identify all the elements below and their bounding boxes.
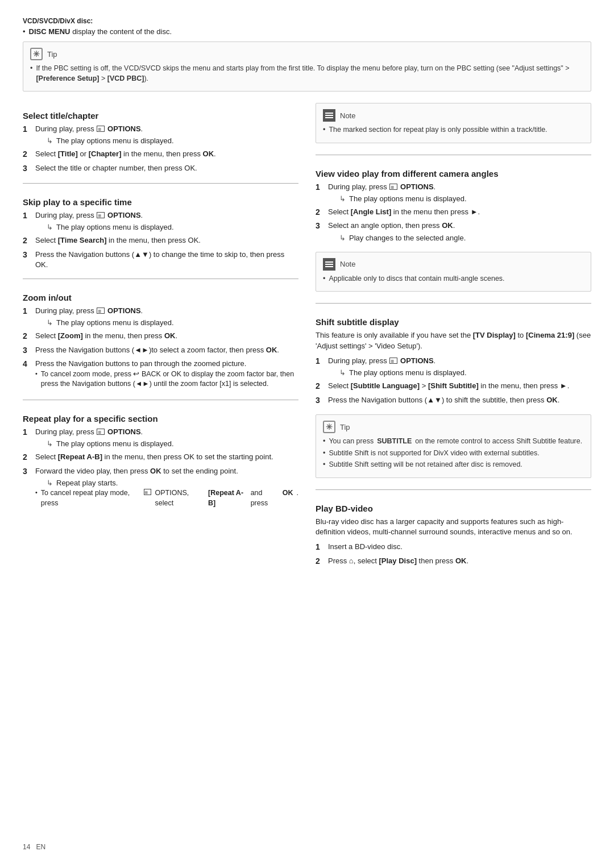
- disc-menu-text: DISC MENU display the content of the dis…: [29, 27, 172, 36]
- note-item: The marked section for repeat play is on…: [323, 125, 584, 135]
- note-label: Note: [340, 260, 355, 268]
- tip-list: If the PBC setting is off, the VCD/SVCD …: [30, 64, 584, 84]
- note-line: [325, 261, 333, 263]
- options-icon: [389, 358, 397, 364]
- step-2: 2 Select [Subtitle Language] > [Shift Su…: [316, 381, 591, 392]
- note-line: [325, 113, 333, 114]
- note-line: [325, 266, 333, 267]
- step-content: Insert a BD-video disc.: [328, 542, 591, 553]
- step-content: Press the Navigation buttons (◄►)to sele…: [35, 345, 298, 356]
- heading-shift-subtitle: Shift subtitle display: [316, 317, 591, 327]
- step-num: 1: [316, 182, 323, 204]
- tip-box-header: ✳ Tip: [323, 421, 584, 433]
- step-content: Press ⌂, select [Play Disc] then press O…: [328, 556, 591, 567]
- note-list: The marked section for repeat play is on…: [323, 125, 584, 135]
- steps-skip-play: 1 During play, press OPTIONS. The play o…: [23, 210, 298, 270]
- note-header: Note: [323, 258, 584, 271]
- step-num: 4: [23, 359, 31, 391]
- step-sub: The play options menu is displayed.: [328, 194, 591, 204]
- step-num: 2: [316, 207, 323, 218]
- step-content: Press the Navigation buttons to pan thro…: [35, 359, 298, 391]
- options-icon: [97, 429, 105, 435]
- steps-view-video: 1 During play, press OPTIONS. The play o…: [316, 182, 591, 243]
- step-1: 1 During play, press OPTIONS. The play o…: [23, 210, 298, 232]
- section-view-video: View video play from different camera an…: [316, 155, 591, 246]
- step-content: During play, press OPTIONS. The play opt…: [35, 306, 298, 328]
- play-bd-intro: Blu-ray video disc has a larger capacity…: [316, 517, 591, 537]
- step-content: Select [Angle List] in the menu then pre…: [328, 207, 591, 218]
- step-1: 1 During play, press OPTIONS. The play o…: [23, 306, 298, 328]
- sub-bullet-item: To cancel zoom mode, press ↩ BACK or OK …: [35, 369, 298, 389]
- step-2: 2 Select [Zoom] in the menu, then press …: [23, 331, 298, 342]
- step-num: 1: [23, 210, 31, 232]
- step-sub: The play options menu is displayed.: [35, 136, 298, 146]
- tip-box-header: ✳ Tip: [30, 48, 584, 60]
- step-content: Select [Time Search] in the menu, then p…: [35, 235, 298, 247]
- tip-icon: ✳: [30, 48, 43, 60]
- step-content: Select an angle option, then press OK. P…: [328, 221, 591, 243]
- note-box-2: Note Applicable only to discs that conta…: [316, 252, 591, 292]
- step-num: 1: [23, 427, 31, 449]
- step-3: 3 Press the Navigation buttons (▲▼) to c…: [23, 250, 298, 270]
- step-1: 1 Insert a BD-video disc.: [316, 542, 591, 553]
- options-icon: [144, 489, 151, 495]
- options-icon: [97, 308, 105, 314]
- step-num: 1: [316, 356, 323, 378]
- page-num-text: 14: [23, 843, 30, 851]
- tip-item: If the PBC setting is off, the VCD/SVCD …: [30, 64, 584, 84]
- step-sub: The play options menu is displayed.: [35, 439, 298, 449]
- steps-play-bd: 1 Insert a BD-video disc. 2 Press ⌂, sel…: [316, 542, 591, 567]
- right-column: Note The marked section for repeat play …: [316, 97, 591, 570]
- step-num: 3: [23, 345, 31, 356]
- options-icon: [97, 126, 105, 132]
- tip-item-2: Subtitle Shift is not supported for DivX…: [323, 448, 584, 459]
- step-content: Select [Title] or [Chapter] in the menu,…: [35, 149, 298, 160]
- step-4: 4 Press the Navigation buttons to pan th…: [23, 359, 298, 391]
- section-zoom: Zoom in/out 1 During play, press OPTIONS…: [23, 279, 298, 394]
- section-select-title: Select title/chapter 1 During play, pres…: [23, 97, 298, 177]
- sub-bullets: To cancel zoom mode, press ↩ BACK or OK …: [35, 369, 298, 389]
- step-sub: Repeat play starts.: [35, 478, 298, 488]
- page-layout: Select title/chapter 1 During play, pres…: [23, 97, 591, 570]
- note-item: Applicable only to discs that contain mu…: [323, 274, 584, 284]
- step-3: 3 Press the Navigation buttons (◄►)to se…: [23, 345, 298, 356]
- step-2: 2 Select [Repeat A-B] in the menu, then …: [23, 452, 298, 463]
- step-content: During play, press OPTIONS. The play opt…: [35, 427, 298, 449]
- tip-item-3: Subtitle Shift setting will be not retai…: [323, 460, 584, 470]
- options-icon: [97, 212, 105, 218]
- step-num: 3: [23, 466, 31, 510]
- step-sub: Play changes to the selected angle.: [328, 233, 591, 243]
- step-content: During play, press OPTIONS. The play opt…: [328, 182, 591, 204]
- note-icon: [323, 109, 335, 122]
- step-3: 3 Select an angle option, then press OK.…: [316, 221, 591, 243]
- step-num: 3: [316, 395, 323, 406]
- options-icon: [389, 184, 397, 190]
- step-num: 2: [23, 331, 31, 342]
- step-sub: The play options menu is displayed.: [35, 222, 298, 232]
- step-content: Press the Navigation buttons (▲▼) to cha…: [35, 250, 298, 270]
- top-section: VCD/SVCD/DivX disc: DISC MENU display th…: [23, 17, 591, 92]
- step-num: 2: [316, 381, 323, 392]
- step-2: 2 Select [Time Search] in the menu, then…: [23, 235, 298, 247]
- note-label: Note: [340, 111, 355, 120]
- vcd-label: VCD/SVCD/DivX disc:: [23, 17, 591, 25]
- step-content: Select [Subtitle Language] > [Shift Subt…: [328, 381, 591, 392]
- sub-bullets: To cancel repeat play mode, press OPTION…: [35, 488, 298, 508]
- tip-box-2: ✳ Tip You can press SUBTITLE on the remo…: [316, 414, 591, 478]
- section-play-bd: Play BD-video Blu-ray video disc has a l…: [316, 489, 591, 570]
- note-header: Note: [323, 109, 584, 122]
- step-3: 3 Press the Navigation buttons (▲▼) to s…: [316, 395, 591, 406]
- steps-repeat-play: 1 During play, press OPTIONS. The play o…: [23, 427, 298, 510]
- step-sub: The play options menu is displayed.: [328, 368, 591, 378]
- tip-item-1: You can press SUBTITLE on the remote con…: [323, 437, 584, 447]
- step-content: Select the title or chapter number, then…: [35, 163, 298, 175]
- step-2: 2 Press ⌂, select [Play Disc] then press…: [316, 556, 591, 567]
- note-lines: [325, 261, 333, 267]
- section-repeat-play: Repeat play for a specific section 1 Dur…: [23, 400, 298, 513]
- step-content: Select [Zoom] in the menu, then press OK…: [35, 331, 298, 342]
- step-sub: The play options menu is displayed.: [35, 318, 298, 328]
- page-lang: EN: [36, 843, 45, 851]
- tip-icon: ✳: [323, 421, 335, 433]
- step-num: 3: [316, 221, 323, 243]
- sub-bullet-item: To cancel repeat play mode, press OPTION…: [35, 488, 298, 508]
